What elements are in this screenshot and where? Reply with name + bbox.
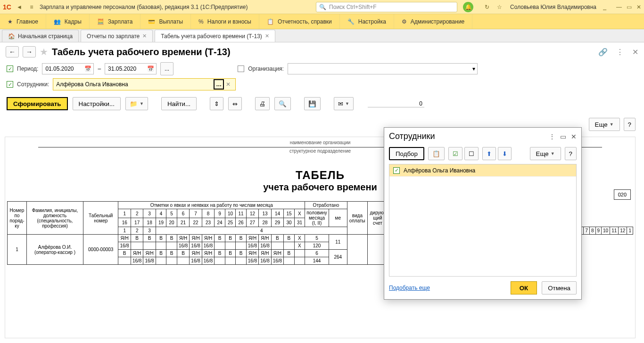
emp-select[interactable]: Алфёрова Ольга Ивановна … ✕ [53, 78, 236, 90]
customize-icon[interactable]: ⎯ [600, 4, 609, 10]
history-icon[interactable]: ↻ [483, 4, 491, 10]
move-up-icon[interactable]: ⬆ [482, 147, 496, 160]
period-label: Период: [17, 65, 38, 72]
cancel-button[interactable]: Отмена [542, 281, 577, 294]
expand-icon[interactable]: ⇕ [210, 97, 223, 110]
main-nav: ★Главное 👥Кадры 🧮Зарплата 💳Выплаты %Нало… [0, 14, 644, 29]
back-circle-icon[interactable]: ◄ [15, 4, 24, 10]
period-checkbox[interactable]: ✓ [7, 65, 13, 72]
collapse-icon[interactable]: ⇔ [228, 97, 242, 110]
email-icon[interactable]: ✉▼ [334, 97, 354, 110]
nav-zarplata[interactable]: 🧮Зарплата [90, 14, 141, 29]
tab-t13[interactable]: Табель учета рабочего времени (Т-13)✕ [155, 30, 275, 42]
list-item[interactable]: ✓ Алфёрова Ольга Ивановна [389, 164, 576, 177]
star-icon[interactable]: ☆ [495, 4, 504, 10]
tab-reports[interactable]: Отчеты по зарплате✕ [81, 30, 153, 42]
favorite-toggle-icon[interactable]: ★ [40, 46, 48, 57]
chevron-down-icon: ▾ [472, 65, 475, 72]
open-tabs: 🏠Начальная страница Отчеты по зарплате✕ … [0, 29, 644, 42]
kebab-icon[interactable]: ⋮ [616, 48, 624, 57]
logo-1c: 1C [3, 3, 11, 11]
nav-main[interactable]: ★Главное [0, 14, 46, 29]
search-placeholder: Поиск Ctrl+Shift+F [329, 4, 377, 10]
emp-checkbox[interactable]: ✓ [7, 81, 13, 88]
nav-kadry[interactable]: 👥Кадры [46, 14, 90, 29]
nav-admin[interactable]: ⚙Администрирование [394, 14, 472, 29]
print-icon[interactable]: 🖨 [255, 97, 270, 110]
emp-clear-icon[interactable]: ✕ [224, 81, 232, 88]
window-restore-icon[interactable]: ▭ [627, 4, 632, 10]
nav-vyplaty[interactable]: 💳Выплаты [140, 14, 191, 29]
org-checkbox[interactable]: ✓ [238, 65, 244, 72]
org-select[interactable]: ▾ [288, 63, 478, 74]
current-user[interactable]: Соловьева Юлия Владимировна [510, 4, 596, 10]
home-icon: 🏠 [8, 33, 15, 40]
nav-back-button[interactable]: ← [6, 46, 19, 57]
notifications-icon[interactable]: 🔔 [463, 2, 473, 12]
employees-list[interactable]: ✓ Алфёрова Ольга Ивановна [389, 164, 577, 277]
employees-popup: Сотрудники ⋮ ▭ ✕ Подбор 📋 ☑ ☐ ⬆ ⬇ Еще▼ ?… [384, 127, 582, 300]
close-tab-icon[interactable]: ✕ [265, 33, 269, 39]
generate-button[interactable]: Сформировать [7, 97, 68, 110]
window-close-icon[interactable]: ✕ [636, 4, 641, 10]
emp-value: Алфёрова Ольга Ивановна [56, 81, 128, 88]
nav-nastroika[interactable]: 🔧Настройка [340, 14, 394, 29]
settings-button[interactable]: Настройки... [73, 97, 121, 110]
help-button-outer[interactable]: ? [624, 118, 636, 131]
ok-button[interactable]: ОК [511, 281, 537, 294]
pick-more-link[interactable]: Подобрать еще [389, 285, 430, 291]
popup-kebab-icon[interactable]: ⋮ [549, 133, 555, 140]
search-icon: 🔍 [319, 4, 326, 10]
save-icon[interactable]: 💾 [304, 97, 321, 110]
preview-icon[interactable]: 🔍 [274, 97, 291, 110]
popup-maximize-icon[interactable]: ▭ [560, 133, 566, 140]
emp-label: Сотрудники: [17, 81, 49, 88]
copy-icon[interactable]: 📋 [428, 147, 445, 160]
close-tab-icon[interactable]: ✕ [142, 33, 147, 39]
date-from-input[interactable]: 01.05.2020📅 [42, 63, 94, 74]
global-search[interactable]: 🔍 Поиск Ctrl+Shift+F [316, 2, 457, 12]
tab-home[interactable]: 🏠Начальная страница [2, 30, 79, 42]
app-title: Зарплата и управление персоналом (базова… [40, 4, 248, 10]
save-settings-button[interactable]: 📁▼ [125, 97, 148, 110]
date-to-input[interactable]: 31.05.2020📅 [105, 63, 157, 74]
nav-fwd-button[interactable]: → [23, 46, 36, 57]
popup-close-icon[interactable]: ✕ [571, 133, 577, 140]
nav-otchet[interactable]: 📋Отчетность, справки [259, 14, 340, 29]
date-separator: – [98, 65, 101, 72]
sum-value: 0 [368, 100, 424, 107]
row-label: Алфёрова Ольга Ивановна [404, 167, 475, 174]
window-minimize-icon[interactable]: — [616, 4, 622, 10]
page-title: Табель учета рабочего времени (Т-13) [52, 47, 231, 57]
nav-nalogi[interactable]: %Налоги и взносы [191, 14, 259, 29]
year-fragment: 020 [614, 189, 631, 200]
find-button[interactable]: Найти... [161, 97, 197, 110]
menu-icon[interactable]: ≡ [27, 4, 36, 10]
more-button-outer[interactable]: Еще▼ [589, 118, 620, 131]
close-page-icon[interactable]: ✕ [632, 48, 638, 57]
org-label: Организация: [248, 65, 284, 72]
period-picker-button[interactable]: ... [160, 62, 173, 75]
calendar-icon[interactable]: 📅 [84, 65, 91, 72]
row-checkbox[interactable]: ✓ [393, 167, 400, 174]
uncheck-all-icon[interactable]: ☐ [464, 147, 479, 160]
calendar-icon[interactable]: 📅 [147, 65, 154, 72]
popup-help-button[interactable]: ? [565, 147, 577, 160]
move-down-icon[interactable]: ⬇ [498, 147, 512, 160]
emp-pick-button[interactable]: … [214, 79, 224, 90]
popup-more-button[interactable]: Еще▼ [530, 147, 561, 160]
pick-button[interactable]: Подбор [389, 147, 424, 160]
link-icon[interactable]: 🔗 [598, 48, 608, 57]
popup-title: Сотрудники [389, 131, 435, 141]
check-all-icon[interactable]: ☑ [448, 147, 462, 160]
